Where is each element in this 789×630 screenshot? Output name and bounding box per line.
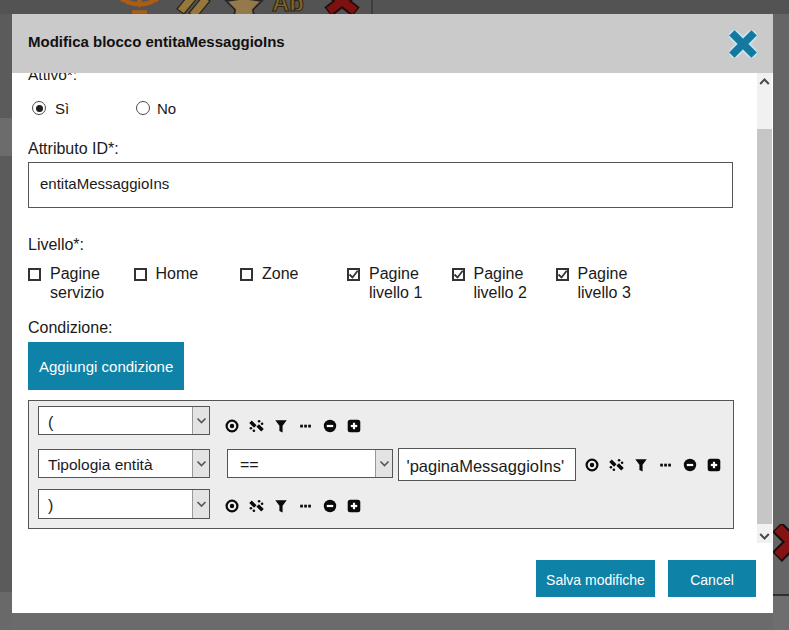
- svg-text:Ab: Ab: [272, 0, 304, 14]
